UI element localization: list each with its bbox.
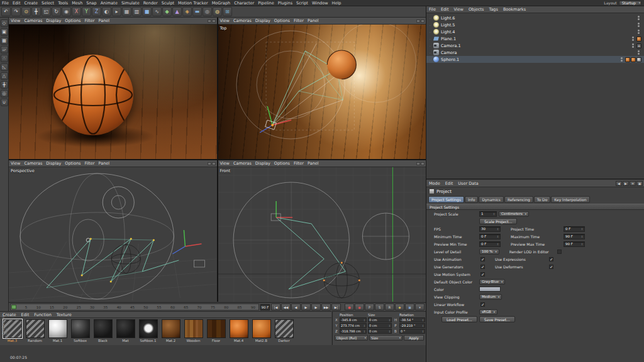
editor-visibility-toggle[interactable] — [638, 30, 640, 31]
object-menu-tags[interactable]: Tags — [486, 7, 500, 12]
viewport-menu-options[interactable]: Options — [63, 18, 82, 23]
preview-min-field[interactable]: 0 F — [479, 241, 501, 247]
rotation-p-field[interactable]: -29.219 ° — [399, 323, 425, 328]
record-position-button[interactable]: P — [365, 304, 374, 310]
top-view[interactable]: Top — [218, 25, 426, 159]
viewport-top[interactable]: ViewCamerasDisplayOptionsFilterPanel Top — [218, 18, 426, 159]
menu-animate[interactable]: Animate — [99, 1, 119, 6]
menu-mesh[interactable]: Mesh — [70, 1, 84, 6]
menu-edit[interactable]: Edit — [11, 1, 23, 6]
undo-button[interactable]: ↶ — [1, 7, 11, 16]
add-modeling-button[interactable]: ▲ — [172, 7, 182, 16]
y-axis-lock-button[interactable]: Y — [82, 7, 91, 16]
use-deformers-checkbox[interactable] — [549, 265, 553, 269]
make-editable-button[interactable]: ◇ — [1, 19, 8, 27]
next-frame-button[interactable]: ▶ — [311, 304, 321, 310]
attribute-menu-user-data[interactable]: User Data — [455, 181, 480, 186]
viewport-options-button[interactable] — [208, 162, 211, 165]
history-forward-icon[interactable]: ▶ — [623, 181, 629, 186]
viewport-menu-filter[interactable]: Filter — [82, 18, 96, 23]
material-item-wooden[interactable]: Wooden — [183, 319, 204, 343]
material-item-random[interactable]: Random — [25, 319, 45, 343]
rotation-b-field[interactable]: 0 ° — [399, 329, 425, 334]
render-visibility-toggle[interactable] — [638, 18, 640, 20]
menu-render[interactable]: Render — [142, 1, 160, 6]
phong-tag-icon[interactable] — [636, 57, 641, 62]
viewport-menu-view[interactable]: View — [218, 18, 231, 23]
prev-key-button[interactable]: ◀◀ — [281, 304, 291, 310]
menu-sculpt[interactable]: Sculpt — [160, 1, 176, 6]
menu-select[interactable]: Select — [40, 1, 56, 6]
next-key-button[interactable]: ▶▶ — [321, 304, 331, 310]
perspective-render-view[interactable] — [9, 25, 217, 159]
object-menu-file[interactable]: File — [426, 7, 438, 12]
menu-mograph[interactable]: MoGraph — [210, 1, 233, 6]
viewport-options-button[interactable] — [208, 19, 211, 23]
material-item-mat-4[interactable]: Mat.4 — [228, 319, 249, 343]
add-light-button[interactable]: ◍ — [213, 7, 222, 16]
menu-snap[interactable]: Snap — [84, 1, 98, 6]
viewport-menu-view[interactable]: View — [218, 161, 231, 166]
render-visibility-toggle[interactable] — [638, 25, 640, 27]
position-y-field[interactable]: 273.774 cm — [340, 323, 367, 328]
target-tag-icon[interactable] — [636, 43, 641, 48]
material-item-mat[interactable]: Mat — [115, 319, 136, 343]
default-object-color-dropdown[interactable]: Gray-Blue — [479, 279, 505, 285]
tab-project-settings[interactable]: Project Settings — [428, 196, 464, 203]
viewport-menu-options[interactable]: Options — [272, 161, 292, 166]
render-to-picture-viewer-button[interactable]: ▦ — [122, 7, 131, 16]
maximize-viewport-button[interactable] — [212, 19, 216, 23]
view-clipping-dropdown[interactable]: Medium — [479, 294, 502, 300]
material-item-floor[interactable]: Floor — [206, 319, 226, 343]
live-selection-button[interactable]: ⊙ — [21, 7, 31, 16]
size-x-field[interactable]: 0 cm — [368, 317, 392, 322]
viewport-options-button[interactable] — [416, 19, 420, 23]
goto-start-button[interactable]: |◀ — [271, 304, 280, 310]
enable-axis-button[interactable]: ╋ — [1, 81, 8, 89]
rotate-tool-button[interactable]: ↻ — [52, 7, 61, 16]
object-row-light-5[interactable]: ·Light.5 — [426, 21, 644, 28]
apply-button[interactable]: Apply — [404, 335, 424, 341]
viewport-menu-display[interactable]: Display — [253, 161, 272, 166]
timeline-playhead[interactable] — [11, 305, 16, 309]
viewport-menu-panel[interactable]: Panel — [306, 161, 321, 166]
record-rotation-button[interactable]: R — [385, 304, 394, 310]
z-axis-lock-button[interactable]: Z — [92, 7, 101, 16]
use-generators-checkbox[interactable] — [480, 265, 485, 269]
editor-visibility-toggle[interactable] — [638, 50, 640, 52]
position-z-field[interactable]: -318.798 cm — [340, 329, 367, 334]
config-icon[interactable]: ≡ — [630, 181, 636, 186]
add-camera-button[interactable]: ◎ — [203, 7, 212, 16]
preview-max-field[interactable]: 90 F — [564, 241, 585, 247]
menu-plugins[interactable]: Plugins — [276, 1, 294, 6]
move-tool-button[interactable]: ╋ — [31, 7, 41, 16]
menu-help[interactable]: Help — [330, 1, 343, 6]
material-item-mat-2[interactable]: Mat.2 — [160, 319, 181, 343]
editor-visibility-toggle[interactable] — [632, 43, 634, 45]
tab-to-do[interactable]: To Do — [534, 196, 551, 203]
redo-button[interactable]: ↷ — [11, 7, 21, 16]
render-visibility-toggle[interactable] — [621, 60, 623, 62]
render-view-button[interactable]: ▸ — [112, 7, 121, 16]
object-menu-bookmarks[interactable]: Bookmarks — [501, 7, 528, 12]
coordinate-mode-dropdown[interactable]: Object (Rel) — [335, 335, 368, 341]
add-cube-button[interactable]: ■ — [142, 7, 152, 16]
menu-create[interactable]: Create — [22, 1, 40, 6]
minimum-time-field[interactable]: 0 F — [479, 234, 501, 239]
tab-dynamics[interactable]: Dynamics — [479, 196, 504, 203]
texture-tag-icon[interactable] — [631, 57, 636, 62]
layout-dropdown[interactable]: Startup — [619, 1, 641, 6]
object-row-light-4[interactable]: ·Light.4 — [426, 28, 644, 35]
editor-visibility-toggle[interactable] — [638, 23, 640, 25]
object-menu-objects[interactable]: Objects — [466, 7, 487, 12]
maximize-viewport-button[interactable] — [421, 19, 425, 23]
viewport-menu-filter[interactable]: Filter — [292, 161, 306, 166]
menu-motion-tracker[interactable]: Motion Tracker — [176, 1, 210, 6]
viewport-solo-button[interactable]: ◎ — [1, 90, 8, 97]
viewport-menu-panel[interactable]: Panel — [306, 18, 321, 23]
fps-field[interactable]: 30 — [479, 226, 501, 232]
viewport-menu-options[interactable]: Options — [272, 18, 292, 23]
object-row-sphere-1[interactable]: ·Sphere.1 — [426, 56, 644, 63]
menu-simulate[interactable]: Simulate — [119, 1, 142, 6]
history-back-icon[interactable]: ◀ — [616, 181, 622, 186]
